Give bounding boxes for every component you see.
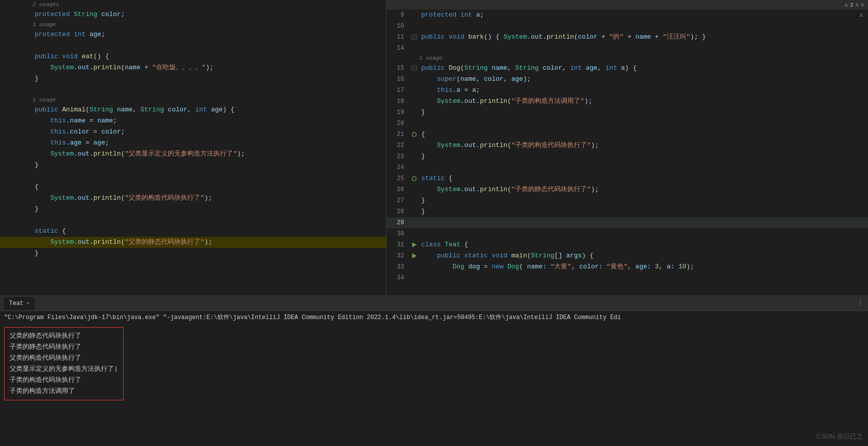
- line-body: public void bark() { System.out.println(…: [419, 32, 868, 43]
- warning-count: 2: [850, 2, 853, 8]
- terminal-area: Teat × ⋮ "C:\Program Files\Java\jdk-17\b…: [0, 295, 868, 446]
- line-body: [419, 217, 868, 228]
- code-line: }: [0, 204, 386, 215]
- line-body: [419, 162, 868, 173]
- code-line: 22 System.out.println("子类的构造代码块执行了");: [387, 140, 868, 151]
- line-number: [0, 226, 23, 237]
- line-body: static {: [419, 173, 868, 184]
- line-number: [0, 40, 23, 51]
- line-gutter: [23, 215, 33, 226]
- line-body: {: [33, 182, 386, 193]
- line-number: [0, 137, 23, 148]
- line-body: }: [419, 206, 868, 217]
- line-body: }: [33, 248, 386, 259]
- code-line: 27 }: [387, 195, 868, 206]
- hint-text-3: 1 usage: [33, 97, 56, 103]
- line-gutter: [409, 217, 419, 228]
- down-arrow[interactable]: ∨: [860, 2, 864, 8]
- hint-text-right: 1 usage: [419, 55, 442, 61]
- right-code-scroll[interactable]: 9 protected int a; ⚠ 10 11: [387, 10, 868, 295]
- line-gutter: [409, 74, 419, 85]
- line-number: 16: [387, 74, 409, 85]
- line-gutter: [409, 140, 419, 151]
- code-line: }: [0, 160, 386, 171]
- line-gutter: [409, 63, 419, 74]
- line-number: [0, 62, 23, 73]
- block-fold-icon[interactable]: [411, 65, 417, 71]
- line-body: [33, 40, 386, 51]
- line-body: }: [33, 160, 386, 171]
- left-code-scroll[interactable]: 2 usages protected String color; 1 usage…: [0, 0, 386, 295]
- line-number: [0, 126, 23, 137]
- code-line: 21 {: [387, 129, 868, 140]
- blank-line: 34: [387, 272, 868, 283]
- line-gutter: [409, 118, 419, 129]
- up-arrow[interactable]: ∧: [855, 2, 859, 8]
- code-line: 9 protected int a; ⚠: [387, 10, 868, 21]
- warning-icon: ⚠: [844, 1, 848, 9]
- line-body: System.out.println("父类的构造代码块执行了");: [33, 193, 386, 204]
- line-gutter: [23, 171, 33, 182]
- line-number: 18: [387, 96, 409, 107]
- line-body: System.out.println("子类的静态代码块执行了");: [419, 184, 868, 195]
- line-number: [0, 193, 23, 204]
- terminal-wrapper: Teat × ⋮ "C:\Program Files\Java\jdk-17\b…: [0, 295, 868, 446]
- line-body: public static void main(String[] args) {: [419, 250, 868, 261]
- line-number: 25: [387, 173, 409, 184]
- code-line: 16 super(name, color, age);: [387, 74, 868, 85]
- line-number: [0, 248, 23, 259]
- line-body: this.color = color;: [33, 126, 386, 137]
- line-gutter: [409, 85, 419, 96]
- circle-icon: [412, 176, 417, 181]
- run-icon[interactable]: [411, 242, 417, 248]
- terminal-dots[interactable]: ⋮: [857, 299, 864, 308]
- line-gutter: [409, 250, 419, 261]
- line-number: 32: [387, 250, 409, 261]
- line-number: 23: [387, 151, 409, 162]
- line-number: [0, 204, 23, 215]
- line-number: [0, 84, 23, 95]
- line-body: {: [419, 129, 868, 140]
- line-number: 9: [387, 10, 409, 21]
- line-number: [0, 51, 23, 62]
- hint-usages-right: 1 usage: [387, 54, 868, 63]
- line-body: System.out.println("子类的构造代码块执行了");: [419, 140, 868, 151]
- code-line: System.out.println("父类显示定义的无参构造方法执行了");: [0, 148, 386, 160]
- line-number: 29: [387, 217, 409, 228]
- code-line: 19 }: [387, 107, 868, 118]
- block-fold-icon[interactable]: [411, 34, 417, 40]
- line-body: [419, 43, 868, 54]
- line-number: 34: [387, 272, 409, 283]
- line-number: [0, 115, 23, 126]
- line-gutter: [409, 151, 419, 162]
- line-gutter: [23, 193, 33, 204]
- code-line: this.color = color;: [0, 126, 386, 137]
- left-code-content: 2 usages protected String color; 1 usage…: [0, 0, 386, 259]
- hint-text-1: 2 usages: [33, 2, 59, 8]
- line-number: 14: [387, 43, 409, 54]
- code-line: }: [0, 73, 386, 84]
- line-gutter: [409, 239, 419, 250]
- line-number: [0, 29, 23, 40]
- blank-line: [0, 40, 386, 51]
- run-icon[interactable]: [411, 253, 417, 259]
- line-body: }: [33, 204, 386, 215]
- line-body: public Dog(String name, String color, in…: [419, 63, 868, 74]
- line-gutter: [23, 104, 33, 115]
- code-line: this.age = age;: [0, 137, 386, 148]
- svg-point-5: [412, 177, 416, 181]
- hint-text-2: 1 usage: [33, 22, 56, 28]
- line-body: this.a = a;: [419, 85, 868, 96]
- line-number: 20: [387, 118, 409, 129]
- code-line-active: 29: [387, 217, 868, 228]
- line-body: [419, 272, 868, 283]
- blank-line: [0, 215, 386, 226]
- terminal-tab-close[interactable]: ×: [27, 301, 30, 307]
- line-body: [33, 171, 386, 182]
- right-pane: ⚠ 2 ∧ ∨ 9 protected int a; ⚠ 10: [387, 0, 868, 295]
- line-number: 21: [387, 129, 409, 140]
- blank-line: 14: [387, 43, 868, 54]
- terminal-tab-teat[interactable]: Teat ×: [4, 297, 35, 310]
- line-number: [0, 104, 23, 115]
- line-gutter: [23, 226, 33, 237]
